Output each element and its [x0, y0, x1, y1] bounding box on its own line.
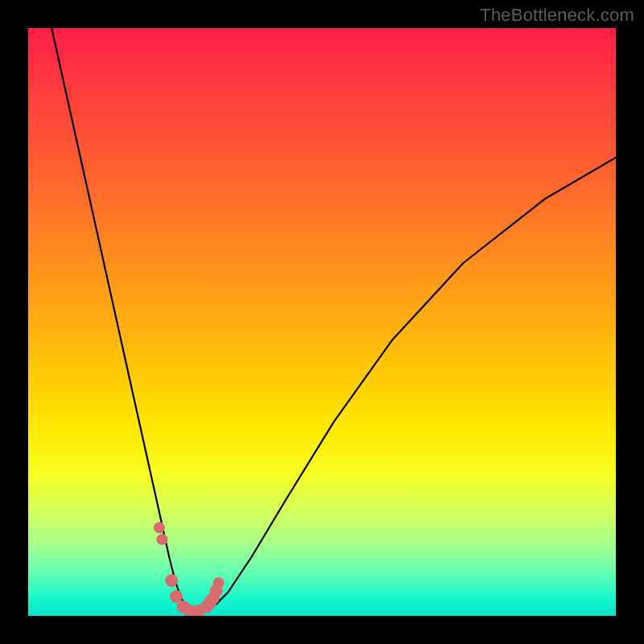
- highlight-dot: [210, 584, 223, 597]
- highlight-dot: [204, 596, 217, 609]
- highlight-dot: [177, 601, 190, 613]
- watermark-text: TheBottleneck.com: [480, 5, 634, 26]
- highlight-dot: [156, 534, 167, 545]
- highlight-dot: [184, 605, 197, 616]
- chart-frame: TheBottleneck.com: [0, 0, 644, 644]
- plot-area: [28, 28, 616, 616]
- highlight-dot: [192, 605, 205, 616]
- highlight-dot: [200, 600, 213, 613]
- highlight-dot: [165, 574, 178, 587]
- chart-overlay: [28, 28, 616, 616]
- highlight-dot: [154, 522, 165, 534]
- highlight-dots: [154, 522, 225, 617]
- highlight-dot: [213, 577, 225, 588]
- highlight-dot: [170, 590, 183, 603]
- highlight-dot: [207, 592, 220, 605]
- bottleneck-curve: [52, 28, 616, 610]
